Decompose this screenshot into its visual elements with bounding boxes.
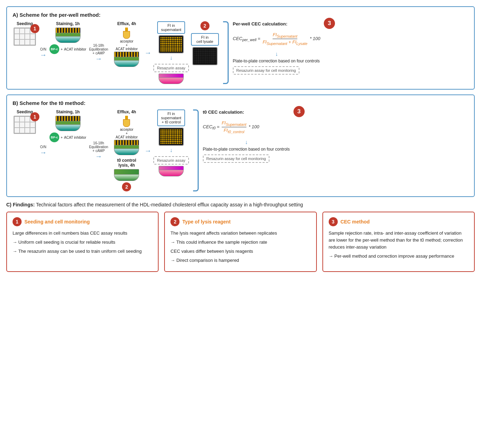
card-3-header: 3 CEC method bbox=[329, 217, 468, 226]
arrow-down-1b: ↓ bbox=[170, 147, 173, 153]
card-1-p3: → The resazurin assay can be used to tra… bbox=[13, 248, 152, 255]
card-2-subtitle: Type of lysis reagent bbox=[182, 219, 230, 225]
staining-label-b: Staining, 1h bbox=[56, 109, 80, 114]
calc-area-a: 3 Per-well CEC calculation: CECper_well … bbox=[233, 21, 320, 75]
arrow-down-calc-a: ↓ bbox=[275, 51, 278, 57]
brace-a bbox=[223, 21, 229, 84]
efflux-label-b: Efflux, 4h bbox=[117, 109, 136, 114]
arrow-16h-b: 16-18h Equilibration + cAMP bbox=[89, 141, 108, 153]
card-3-body: Sample rejection rate, intra- and inter-… bbox=[329, 230, 468, 260]
card-2-p1: The lysis reagent affects variation betw… bbox=[170, 230, 310, 237]
step-staining-b: Staining, 1h BP-c + ACAT inhibitor bbox=[49, 109, 86, 142]
seeding-label-b: Seeding bbox=[17, 109, 33, 114]
findings-title: C) Findings: Technical factors affect th… bbox=[6, 202, 475, 207]
badge-2-a: 2 bbox=[200, 21, 209, 30]
card-1-badge: 1 bbox=[13, 217, 22, 226]
card-1-body: Large differences in cell numbers bias C… bbox=[13, 230, 152, 255]
arrow-right-1b: → bbox=[40, 149, 47, 156]
arrow-right-2a: → bbox=[95, 55, 102, 62]
card-3-badge: 3 bbox=[329, 217, 338, 226]
card-2-badge: 2 bbox=[170, 217, 180, 226]
card-1-p1: Large differences in cell numbers bias C… bbox=[13, 230, 152, 237]
arrow-on-a: O/N bbox=[40, 47, 46, 51]
dashed-box-b: Resazurin assay for cell monitoring bbox=[203, 154, 269, 163]
card-2-body: The lysis reagent affects variation betw… bbox=[170, 230, 310, 264]
correction-label-a: Plate-to-plate correction based on four … bbox=[233, 59, 320, 63]
card-1-header: 1 Seeding and cell monitoring bbox=[13, 217, 152, 226]
card-2-p2: → This could influence the sample reject… bbox=[170, 239, 310, 246]
card-1-subtitle: Seeding and cell monitoring bbox=[24, 219, 90, 225]
calc-title-a: Per-well CEC calculation: bbox=[233, 21, 320, 26]
step-staining-a: Staining, 1h BP-c + ACAT inhibitor bbox=[49, 21, 86, 54]
calc-title-b: t0 CEC calculation: bbox=[203, 109, 290, 115]
step-efflux-a: Efflux, 4h acceptor + ACAT inhibitor bbox=[111, 21, 142, 67]
resazurin-label-a: Resazurin assay bbox=[153, 64, 189, 72]
brace-b bbox=[193, 109, 199, 191]
finding-card-2: 2 Type of lysis reagent The lysis reagen… bbox=[164, 212, 316, 272]
card-2-p4: → Direct comparison is hampered bbox=[170, 257, 310, 264]
badge-3-b: 3 bbox=[293, 106, 305, 117]
fi-supernatant-box-b: FI in supernatant + t0 control bbox=[157, 109, 185, 126]
fi-lysate-box-a: FI in cell lysate bbox=[191, 33, 219, 46]
card-2-header: 2 Type of lysis reagent bbox=[170, 217, 310, 226]
efflux-label-a: Efflux, 4h bbox=[117, 21, 136, 26]
calc-area-b: 3 t0 CEC calculation: CECt0 = FISupernat… bbox=[203, 109, 290, 163]
findings-grid: 1 Seeding and cell monitoring Large diff… bbox=[6, 212, 475, 272]
arrow-right-2b: → bbox=[95, 153, 102, 160]
step-efflux-b: Efflux, 4h acceptor + ACAT inhibitor bbox=[111, 109, 142, 155]
finding-card-3: 3 CEC method Sample rejection rate, intr… bbox=[322, 212, 475, 272]
badge-1-b: 1 bbox=[30, 112, 39, 121]
bpc-circle-a: BP-c bbox=[49, 44, 59, 54]
staining-label-a: Staining, 1h bbox=[56, 21, 80, 26]
finding-card-1: 1 Seeding and cell monitoring Large diff… bbox=[6, 212, 159, 272]
step-seeding-b: Seeding 1 bbox=[13, 109, 37, 134]
plate-yellow-a: for(var i=0;i<96;i++) document.write('<d… bbox=[159, 35, 184, 53]
badge-2-b: 2 bbox=[122, 182, 131, 191]
badge-3-a: 3 bbox=[324, 18, 335, 29]
card-3-p1: Sample rejection rate, intra- and inter-… bbox=[329, 230, 468, 251]
section-a: A) Scheme for the per-well method: Seedi… bbox=[6, 6, 475, 90]
fi-supernatant-box-a: FI in supernatant bbox=[157, 21, 185, 34]
section-c: C) Findings: Technical factors affect th… bbox=[6, 202, 475, 272]
arrow-down-1a: ↓ bbox=[170, 55, 173, 61]
plate-black-a: for(var i=0;i<96;i++) document.write('<d… bbox=[192, 47, 217, 65]
card-3-subtitle: CEC method bbox=[341, 219, 370, 225]
seeding-label-a: Seeding bbox=[17, 21, 33, 26]
arrow-right-3b: → bbox=[144, 147, 151, 154]
arrow-right-1a: → bbox=[40, 51, 47, 58]
resazurin-label-b: Resazurin assay bbox=[153, 156, 189, 165]
formula-b: CECt0 = FISupernatant FIt0_control * 100 bbox=[203, 120, 290, 134]
acat-label-b: ACAT inhibitor bbox=[64, 136, 86, 139]
arrow-down-calc-b: ↓ bbox=[245, 139, 248, 145]
dashed-box-a: Resazurin assay for cell monitoring bbox=[233, 66, 299, 75]
step-seeding-a: Seeding 1 bbox=[13, 21, 37, 46]
arrow-right-3a: → bbox=[144, 49, 151, 56]
acat-label-a: ACAT inhibitor bbox=[64, 47, 86, 51]
formula-a: CECper_well = FISupernatant FISupernatan… bbox=[233, 32, 320, 45]
arrow-16h-a: 16-18h Equilibration + cAMP bbox=[89, 44, 108, 55]
section-b: B) Scheme for the t0 method: Seeding 1 O… bbox=[6, 94, 475, 197]
t0-label-b: t0 control lysis, 4h bbox=[117, 158, 136, 168]
section-b-title: B) Scheme for the t0 method: bbox=[13, 100, 468, 106]
badge-1-a: 1 bbox=[30, 24, 39, 33]
card-2-p3: CEC values differ between lysis reagents bbox=[170, 248, 310, 255]
bpc-circle-b: BP-c bbox=[49, 132, 59, 142]
section-a-title: A) Scheme for the per-well method: bbox=[13, 12, 468, 18]
step-t0-b: t0 control lysis, 4h 2 bbox=[111, 158, 142, 191]
plate-yellow-b: for(var i=0;i<96;i++) document.write('<d… bbox=[159, 128, 184, 146]
card-3-p2: → Per-well method and correction improve… bbox=[329, 253, 468, 260]
card-1-p2: → Uniform cell seeding is crucial for re… bbox=[13, 239, 152, 246]
correction-label-b: Plate-to-plate correction based on four … bbox=[203, 147, 290, 152]
